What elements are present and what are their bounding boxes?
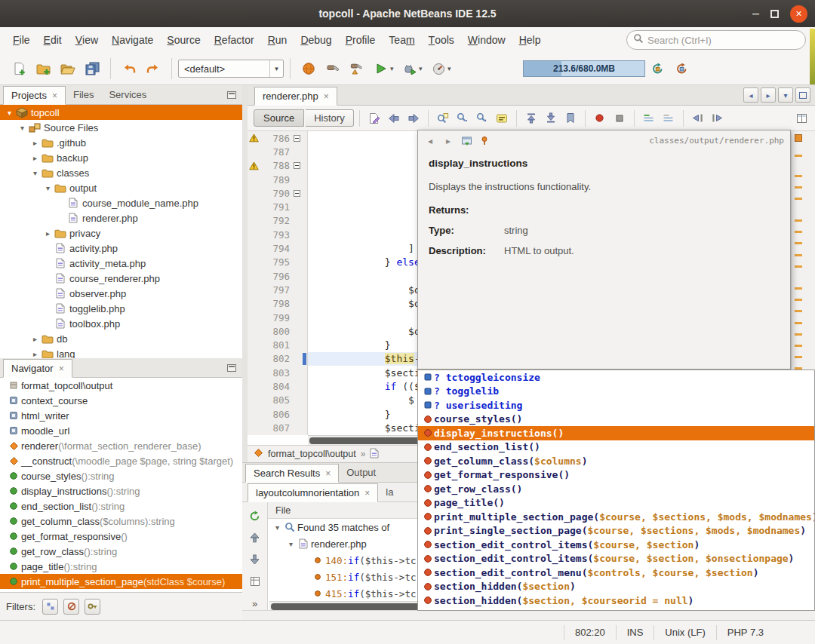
navigator-item-course-styles[interactable]: course_styles():string (0, 468, 242, 483)
maximize-window-button[interactable] (795, 87, 810, 103)
tree-collapsed-icon[interactable]: ▸ (30, 335, 40, 343)
completion-item-start-section-list[interactable]: start_section_list($course) (418, 608, 814, 612)
nav-fwd-icon[interactable] (404, 109, 423, 127)
tree-expanded-icon[interactable]: ▾ (272, 523, 282, 532)
menu-navigate[interactable]: Navigate (105, 27, 160, 53)
menu-file[interactable]: File (6, 27, 37, 53)
open-project-icon[interactable] (56, 57, 80, 81)
macro-rec-icon[interactable] (591, 109, 609, 127)
previous-match-icon[interactable] (247, 530, 263, 545)
stripe-warning-mark[interactable] (795, 231, 802, 233)
stripe-warning-mark[interactable] (795, 322, 802, 324)
navigator-item-context-course[interactable]: context_course (0, 393, 242, 408)
filter-show-fields-button[interactable] (63, 599, 79, 615)
tree-expanded-icon[interactable]: ▾ (286, 540, 296, 548)
tree-collapsed-icon[interactable]: ▸ (30, 139, 40, 147)
completion-item-get-row-class[interactable]: get_row_class() (418, 482, 814, 496)
stripe-warning-mark[interactable] (795, 356, 802, 358)
stripe-warning-mark[interactable] (795, 254, 802, 256)
minimize-panel-icon[interactable] (227, 91, 236, 99)
completion-item-end-section-list[interactable]: end_section_list() (418, 440, 814, 455)
doc-forward-button[interactable]: ▸ (441, 134, 456, 148)
tree-item-backup[interactable]: ▸backup (0, 150, 242, 165)
menu-tools[interactable]: Tools (422, 27, 461, 53)
stripe-warning-mark[interactable] (795, 219, 802, 222)
navigator-item-moodle-url[interactable]: moodle_url (0, 423, 242, 438)
last-edit-icon[interactable] (365, 109, 383, 127)
completion-item-get-column-class[interactable]: get_column_class($columns) (418, 454, 814, 468)
tree-expanded-icon[interactable]: ▾ (43, 184, 53, 192)
completion-item-get-format-responsive[interactable]: get_format_responsive() (418, 468, 814, 483)
menu-source[interactable]: Source (160, 27, 207, 53)
fold-toggle-icon[interactable] (290, 190, 303, 197)
new-file-icon[interactable] (8, 57, 32, 81)
tab-search-results[interactable]: Search Results× (245, 464, 339, 483)
search-input[interactable] (647, 35, 799, 46)
chevron-down-icon[interactable]: ▾ (419, 65, 426, 72)
tree-item-privacy[interactable]: ▸privacy (0, 225, 242, 241)
close-button[interactable]: × (790, 5, 807, 23)
stripe-warning-mark[interactable] (795, 287, 802, 290)
next-occ-icon[interactable] (542, 109, 560, 127)
tree-expanded-icon[interactable]: ▾ (30, 169, 40, 177)
completion-item-section-hidden[interactable]: section_hidden($section) (418, 580, 814, 594)
tab-navigator[interactable]: Navigator× (3, 359, 72, 378)
stripe-warning-mark[interactable] (795, 345, 802, 347)
tree-expanded-icon[interactable]: ▾ (5, 109, 14, 117)
menu-run[interactable]: Run (261, 27, 294, 53)
menu-view[interactable]: View (69, 27, 105, 53)
tree-item-activity-php[interactable]: activity.php (0, 241, 242, 256)
stripe-warning-mark[interactable] (795, 310, 802, 312)
menu-debug[interactable]: Debug (294, 27, 338, 53)
tree-item-db[interactable]: ▸db (0, 331, 242, 346)
insert-mode[interactable]: INS (616, 625, 654, 640)
chevron-down-icon[interactable]: ▾ (447, 65, 455, 72)
completion-item-section-hidden[interactable]: section_hidden($section, $courseorid = n… (418, 593, 814, 608)
shift-left-icon[interactable] (689, 109, 707, 127)
menu-help[interactable]: Help (512, 27, 548, 53)
maximize-button[interactable] (770, 10, 779, 18)
stripe-warning-mark[interactable] (795, 175, 802, 177)
find-prev-icon[interactable] (473, 109, 491, 127)
config-select[interactable]: <default>▾ (178, 60, 284, 78)
tab-renderer-php[interactable]: renderer.php × (254, 87, 337, 106)
navigator-item-get-column-class[interactable]: get_column_class($columns):string (0, 514, 242, 529)
menu-profile[interactable]: Profile (339, 27, 383, 53)
gc-workspace-icon[interactable] (669, 57, 694, 81)
stripe-warning-mark[interactable] (795, 242, 802, 244)
completion-item-section-edit-control-menu[interactable]: section_edit_control_menu($controls, $co… (418, 566, 814, 580)
expand-results-icon[interactable] (247, 574, 263, 589)
pin-doc-icon[interactable] (477, 134, 492, 148)
shift-right-icon[interactable] (709, 109, 727, 127)
tree-collapsed-icon[interactable]: ▸ (43, 229, 53, 238)
refresh-search-icon[interactable] (247, 508, 263, 523)
save-all-icon[interactable] (80, 57, 104, 81)
navigator-item-renderer[interactable]: renderer(\format_section_renderer_base) (0, 438, 242, 453)
navigator-item-get-format-responsive[interactable]: get_format_responsive() (0, 529, 242, 544)
split-editor-icon[interactable] (792, 109, 810, 127)
breadcrumb-namespace[interactable]: format_topcoll\output (268, 449, 356, 459)
prev-occ-icon[interactable] (522, 109, 540, 127)
find-next-icon[interactable] (454, 109, 472, 127)
menu-edit[interactable]: Edit (37, 27, 69, 53)
undo-icon[interactable] (117, 57, 141, 81)
navigator-item-print-multiple-section-page[interactable]: print_multiple_section_page(stdClass $co… (0, 574, 242, 589)
stripe-warning-mark[interactable] (795, 265, 802, 268)
tree-item-course-module-name-php[interactable]: course_module_name.php (0, 195, 242, 210)
quick-search[interactable] (626, 30, 806, 50)
fold-toggle-icon[interactable] (290, 162, 303, 169)
tree-item-source-files[interactable]: ▾Source Files (0, 120, 242, 135)
run-config-icon[interactable] (297, 57, 321, 81)
fold-toggle-icon[interactable] (290, 135, 303, 142)
result-tab-la[interactable]: la (378, 483, 401, 501)
uncomment-icon[interactable] (660, 109, 678, 127)
result-tab-layoutcolumnorientation[interactable]: layoutcolumnorientation× (248, 483, 378, 502)
new-project-icon[interactable] (32, 57, 56, 81)
tree-item-output[interactable]: ▾output (0, 180, 242, 195)
filter-sort-button[interactable] (85, 599, 100, 615)
more-actions-icon[interactable]: » (247, 596, 263, 611)
memory-meter[interactable]: 213.6/680.0MB (523, 60, 645, 77)
minimize-button[interactable]: – (752, 10, 759, 17)
next-match-icon[interactable] (247, 552, 263, 567)
navigator-item-construct[interactable]: __construct(\moodle_page $page, string $… (0, 453, 242, 468)
